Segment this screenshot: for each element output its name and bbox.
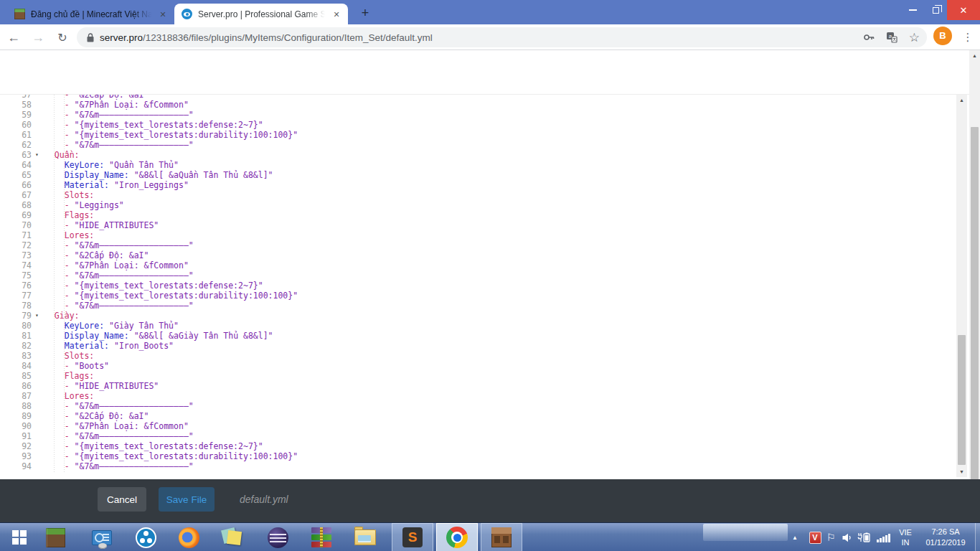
- editor-line[interactable]: 83 Slots:: [0, 351, 956, 361]
- forward-button[interactable]: →: [27, 27, 49, 48]
- start-button[interactable]: [5, 523, 34, 551]
- page-scrollbar[interactable]: ▲ ▼: [969, 50, 980, 522]
- editor-line[interactable]: 70 - "HIDE_ATTRIBUTES": [0, 220, 956, 230]
- url-text[interactable]: server.pro/12318836/files/plugins/MyItem…: [100, 32, 433, 43]
- taskbar-eclipse[interactable]: [263, 523, 292, 551]
- taskbar-sublime-text[interactable]: S: [392, 523, 433, 551]
- show-desktop-button[interactable]: [975, 523, 980, 551]
- editor-line[interactable]: 85 Flags:: [0, 371, 956, 381]
- code-editor[interactable]: 57 - "&2Cấp Độ: &aI"58 - "&7Phân Loại: &…: [0, 95, 956, 476]
- password-key-icon[interactable]: [863, 32, 875, 43]
- minimize-button[interactable]: [901, 0, 924, 20]
- editor-line[interactable]: 57 - "&2Cấp Độ: &aI": [0, 95, 956, 100]
- line-number: 79: [0, 311, 32, 321]
- editor-line[interactable]: 74 - "&7Phân Loại: &fCommon": [0, 260, 956, 270]
- tray-speaker-icon[interactable]: [839, 523, 854, 551]
- fold-arrow-icon[interactable]: ▾: [32, 150, 44, 160]
- tab-minecraft-forum[interactable]: Đăng chủ đề | Minecraft Việt Nam ✕: [7, 4, 174, 24]
- editor-line[interactable]: 68 - "Leggings": [0, 200, 956, 210]
- editor-line[interactable]: 94 - "&7&m——————————————————": [0, 461, 956, 471]
- editor-line[interactable]: 58 - "&7Phân Loại: &fCommon": [0, 100, 956, 110]
- cancel-button[interactable]: Cancel: [98, 487, 146, 512]
- line-number: 60: [0, 120, 32, 130]
- editor-line[interactable]: 80 KeyLore: "Giày Tân Thủ": [0, 321, 956, 331]
- taskbar-sticky-notes[interactable]: [217, 523, 246, 551]
- editor-line[interactable]: 71 Lores:: [0, 230, 956, 240]
- fold-spacer: [32, 210, 44, 220]
- editor-line[interactable]: 65 Display_Name: "&8&l[ &aQuần Tân Thủ &…: [0, 170, 956, 180]
- taskbar-winrar[interactable]: [307, 523, 336, 551]
- taskbar-chrome[interactable]: [436, 523, 478, 551]
- editor-line[interactable]: 60 - "{myitems_text_lorestats:defense:2~…: [0, 120, 956, 130]
- editor-line[interactable]: 81 Display_Name: "&8&l[ &aGiày Tân Thủ &…: [0, 331, 956, 341]
- editor-line[interactable]: 73 - "&2Cấp Độ: &aI": [0, 250, 956, 260]
- address-bar[interactable]: server.pro/12318836/files/plugins/MyItem…: [77, 27, 927, 47]
- tray-unikey[interactable]: V: [807, 523, 823, 551]
- editor-line[interactable]: 79▾ Giày:: [0, 311, 956, 321]
- close-button[interactable]: ✕: [947, 0, 980, 20]
- editor-scrollbar-thumb[interactable]: [958, 335, 966, 465]
- scroll-up-icon[interactable]: ▲: [969, 50, 980, 61]
- restore-button[interactable]: [924, 0, 947, 20]
- editor-line[interactable]: 90 - "&7Phân Loại: &fCommon": [0, 421, 956, 431]
- page-scrollbar-thumb[interactable]: [971, 127, 979, 506]
- tab-serverpro[interactable]: Server.pro | Professional Game Se ✕: [174, 4, 348, 24]
- editor-line[interactable]: 84 - "Boots": [0, 361, 956, 371]
- editor-line[interactable]: 66 Material: "Iron_Leggings": [0, 180, 956, 190]
- editor-line[interactable]: 86 - "HIDE_ATTRIBUTES": [0, 381, 956, 391]
- minecraft-favicon-icon: [14, 9, 25, 19]
- taskbar-file-explorer[interactable]: [351, 523, 380, 551]
- code-text: Lores:: [44, 230, 94, 240]
- editor-line[interactable]: 69 Flags:: [0, 210, 956, 220]
- editor-line[interactable]: 88 - "&7&m——————————————————": [0, 401, 956, 411]
- tab-close-icon[interactable]: ✕: [331, 9, 342, 20]
- lock-icon[interactable]: [87, 33, 94, 42]
- tray-action-center-flag-icon[interactable]: ⚐: [824, 523, 838, 551]
- line-number: 81: [0, 331, 32, 341]
- editor-line[interactable]: 82 Material: "Iron_Boots": [0, 341, 956, 351]
- editor-line[interactable]: 92 - "{myitems_text_lorestats:defense:2~…: [0, 441, 956, 451]
- editor-line[interactable]: 91 - "&7&m——————————————————": [0, 431, 956, 441]
- tray-overflow-chevron-icon[interactable]: ▲: [788, 523, 802, 551]
- tab-close-icon[interactable]: ✕: [157, 9, 169, 20]
- bookmark-star-icon[interactable]: ☆: [909, 30, 920, 45]
- editor-line[interactable]: 59 - "&7&m——————————————————": [0, 110, 956, 120]
- fold-arrow-icon[interactable]: ▾: [32, 311, 44, 321]
- editor-line[interactable]: 62 - "&7&m——————————————————": [0, 140, 956, 150]
- reload-button[interactable]: ↻: [52, 27, 73, 48]
- editor-line[interactable]: 64 KeyLore: "Quần Tân Thủ": [0, 160, 956, 170]
- editor-line[interactable]: 77 - "{myitems_text_lorestats:durability…: [0, 291, 956, 301]
- translate-icon[interactable]: a: [886, 32, 897, 43]
- taskbar-minecraft[interactable]: [41, 523, 70, 551]
- code-text: Flags:: [44, 210, 94, 220]
- scroll-down-icon[interactable]: ▼: [956, 466, 967, 477]
- back-button[interactable]: ←: [3, 27, 24, 48]
- editor-line[interactable]: 72 - "&7&m——————————————————": [0, 240, 956, 250]
- tray-language-indicator[interactable]: VIE IN: [894, 523, 917, 551]
- editor-line[interactable]: 61 - "{myitems_text_lorestats:durability…: [0, 130, 956, 140]
- taskbar-crafting-table[interactable]: [481, 523, 522, 551]
- save-file-button[interactable]: Save File: [159, 487, 215, 512]
- editor-line[interactable]: 75 - "&7&m——————————————————": [0, 270, 956, 281]
- browser-menu-icon[interactable]: ⋮: [958, 27, 977, 48]
- fold-spacer: [32, 371, 44, 381]
- profile-avatar[interactable]: B: [933, 27, 952, 45]
- editor-line[interactable]: 93 - "{myitems_text_lorestats:durability…: [0, 451, 956, 461]
- editor-line[interactable]: 89 - "&2Cấp Độ: &aI": [0, 411, 956, 421]
- editor-line[interactable]: 78 - "&7&m——————————————————": [0, 301, 956, 311]
- editor-line[interactable]: 87 Lores:: [0, 391, 956, 401]
- taskbar-dots-app[interactable]: [131, 523, 160, 551]
- editor-line[interactable]: 63▾ Quần:: [0, 150, 956, 160]
- editor-scrollbar[interactable]: ▲ ▼: [956, 95, 967, 477]
- editor-line[interactable]: 76 - "{myitems_text_lorestats:defense:2~…: [0, 281, 956, 291]
- tray-network-signal-icon[interactable]: [874, 523, 892, 551]
- taskbar-firefox[interactable]: [174, 523, 203, 551]
- tray-clock[interactable]: 7:26 SA 01/12/2019: [920, 523, 971, 551]
- line-number: 63: [0, 150, 32, 160]
- tray-battery-icon[interactable]: [855, 523, 874, 551]
- line-number: 62: [0, 140, 32, 150]
- new-tab-button[interactable]: +: [357, 5, 374, 22]
- taskbar-display-settings[interactable]: [88, 523, 116, 551]
- editor-line[interactable]: 67 Slots:: [0, 190, 956, 200]
- scroll-up-icon[interactable]: ▲: [956, 95, 967, 105]
